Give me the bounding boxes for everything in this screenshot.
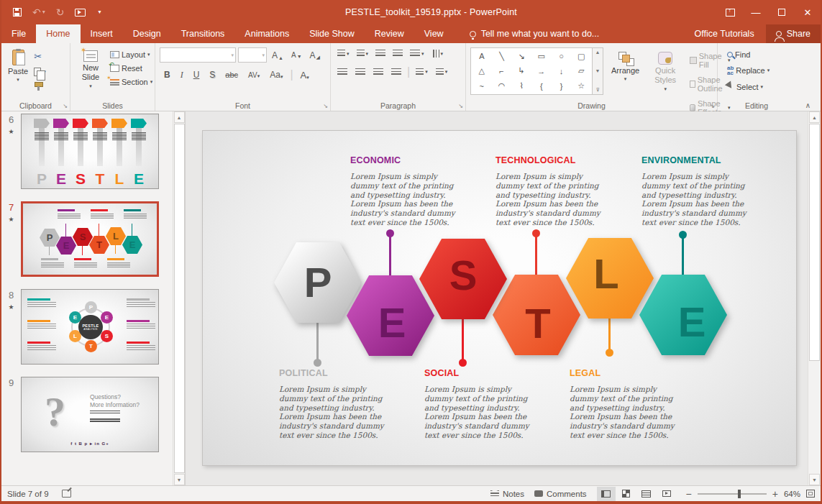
quick-styles-button[interactable]: Quick Styles ▾	[647, 47, 683, 94]
increase-font-size-button[interactable]: A▲	[269, 50, 286, 61]
normal-view-button[interactable]	[597, 487, 616, 501]
economic-section[interactable]: ECONOMIC Lorem Ipsum is simply dummy tex…	[350, 155, 460, 227]
select-button[interactable]: Select▾	[725, 81, 788, 93]
curve-shape-icon[interactable]: ⌇	[519, 81, 523, 91]
font-name-combobox[interactable]: ▾	[160, 47, 236, 63]
undo-button[interactable]: ↶▾	[32, 7, 45, 17]
arrow-shape-icon[interactable]: ↘	[519, 52, 525, 61]
gallery-more-button[interactable]: ⊽	[595, 87, 599, 93]
tab-review[interactable]: Review	[365, 24, 414, 43]
share-button[interactable]: Share	[766, 24, 821, 43]
gallery-scroll-down-button[interactable]: ▼	[595, 68, 600, 73]
arc-shape-icon[interactable]: ◠	[498, 81, 506, 91]
scroll-down-button[interactable]: ▼	[174, 474, 185, 485]
scribble-shape-icon[interactable]: ~	[480, 82, 484, 91]
character-spacing-button[interactable]: AV▾	[245, 70, 262, 80]
scroll-up-button[interactable]: ▲	[809, 111, 820, 123]
find-button[interactable]: Find	[725, 49, 788, 60]
hexagon-s[interactable]: S	[419, 239, 507, 319]
justify-button[interactable]	[389, 67, 403, 78]
spell-check-icon[interactable]	[62, 490, 71, 498]
slide-6-thumbnail[interactable]: P E S T L E	[21, 114, 159, 189]
slide-8-thumbnail[interactable]: P E S T L E PESTLE ANALYSIS	[21, 289, 159, 365]
triangle-shape-icon[interactable]: △	[479, 66, 485, 75]
change-case-button[interactable]: Aa▾	[267, 69, 286, 81]
environmental-section[interactable]: ENVIRONMENTAL Lorem Ipsum is simply dumm…	[641, 155, 751, 227]
reset-button[interactable]: Reset	[108, 63, 155, 74]
technological-section[interactable]: TECHNOLOGICAL Lorem Ipsum is simply dumm…	[496, 155, 605, 227]
tell-me-box[interactable]: Tell me what you want to do...	[461, 24, 608, 43]
shapes-gallery[interactable]: A ╲ ↘ ▭ ○ ▢ △ ⌐ ↳ → ↓ ▱ ~ ◠ ⌇	[470, 47, 593, 95]
save-button[interactable]	[13, 8, 22, 17]
slide-sorter-view-button[interactable]	[617, 487, 636, 501]
text-shadow-button[interactable]: S	[206, 69, 218, 81]
slideshow-view-button[interactable]	[657, 487, 676, 501]
slide-7-editing-surface[interactable]: ECONOMIC Lorem Ipsum is simply dummy tex…	[203, 131, 796, 465]
rounded-rectangle-shape-icon[interactable]: ▢	[577, 52, 585, 61]
decrease-font-size-button[interactable]: A▼	[288, 50, 305, 60]
strikethrough-button[interactable]: abc	[222, 70, 241, 80]
section-button[interactable]: Section▾	[108, 76, 155, 88]
tab-design[interactable]: Design	[123, 24, 171, 43]
rectangle-shape-icon[interactable]: ▭	[538, 52, 545, 61]
tab-home[interactable]: Home	[36, 24, 80, 43]
slide-9-thumbnail[interactable]: ? Questions?More Information? f t B p ▸ …	[21, 377, 159, 452]
bold-button[interactable]: B	[161, 69, 173, 81]
notes-button[interactable]: Notes	[490, 490, 524, 498]
copy-button[interactable]: ▾	[32, 66, 48, 78]
tab-slideshow[interactable]: Slide Show	[299, 24, 365, 43]
social-section[interactable]: SOCIAL Lorem Ipsum is simply dummy text …	[424, 368, 534, 440]
oval-shape-icon[interactable]: ○	[559, 52, 564, 60]
scroll-down-button[interactable]: ▼	[809, 474, 820, 485]
scroll-up-button[interactable]: ▲	[174, 111, 185, 123]
columns-button[interactable]: ▾	[414, 67, 430, 78]
clear-formatting-button[interactable]: A◢	[307, 50, 323, 61]
increase-indent-button[interactable]	[391, 48, 405, 59]
scrollbar-thumb[interactable]	[174, 124, 185, 473]
replace-button[interactable]: abacReplace▾	[725, 64, 788, 77]
office-tutorials-button[interactable]: Office Tutorials	[683, 24, 766, 43]
start-slideshow-button[interactable]	[75, 9, 86, 17]
gallery-scroll-up-button[interactable]: ▲	[595, 50, 600, 55]
redo-button[interactable]: ↻	[56, 7, 65, 17]
zoom-out-button[interactable]: −	[686, 488, 692, 500]
elbow-connector-icon[interactable]: ⌐	[499, 67, 503, 75]
font-color-button[interactable]: A▾	[298, 69, 312, 81]
elbow-arrow-connector-icon[interactable]: ↳	[519, 66, 525, 75]
paste-button[interactable]: Paste ▾	[4, 46, 32, 92]
text-direction-button[interactable]: ▾	[429, 48, 446, 59]
fit-slide-to-window-button[interactable]	[806, 490, 815, 498]
layout-button[interactable]: Layout▾	[108, 49, 155, 60]
collapse-ribbon-button[interactable]: ∧	[805, 101, 810, 109]
tab-animations[interactable]: Animations	[234, 24, 299, 43]
zoom-slider[interactable]	[698, 493, 767, 495]
left-brace-shape-icon[interactable]: {	[540, 82, 543, 91]
hexagon-e2[interactable]: E	[639, 275, 727, 355]
down-arrow-shape-icon[interactable]: ↓	[560, 67, 564, 75]
minimize-button[interactable]: —	[743, 0, 769, 24]
align-left-button[interactable]	[335, 67, 350, 78]
font-size-combobox[interactable]: ▾	[238, 47, 267, 63]
maximize-button[interactable]	[769, 0, 795, 24]
numbering-button[interactable]: ▾	[355, 48, 371, 59]
scrollbar-thumb[interactable]	[809, 124, 820, 361]
right-brace-shape-icon[interactable]: }	[560, 82, 563, 91]
tab-file[interactable]: File	[1, 24, 36, 43]
right-arrow-shape-icon[interactable]: →	[537, 67, 545, 75]
italic-button[interactable]: I	[178, 69, 186, 81]
arrange-button[interactable]: Arrange ▾	[608, 47, 643, 84]
align-center-button[interactable]	[353, 67, 367, 78]
underline-button[interactable]: U	[191, 69, 203, 81]
drawing-dialog-launcher[interactable]: ↘	[710, 103, 715, 109]
font-dialog-launcher[interactable]: ↘	[323, 103, 328, 109]
comments-button[interactable]: Comments	[534, 490, 587, 498]
ribbon-display-options-button[interactable]	[717, 0, 743, 24]
zoom-percentage[interactable]: 64%	[784, 490, 800, 498]
political-section[interactable]: POLITICAL Lorem Ipsum is simply dummy te…	[279, 368, 388, 440]
zoom-slider-handle[interactable]	[738, 490, 741, 498]
slide-7-thumbnail[interactable]: P E S T L E	[21, 201, 159, 277]
format-painter-button[interactable]	[32, 81, 48, 92]
tab-insert[interactable]: Insert	[81, 24, 123, 43]
paragraph-dialog-launcher[interactable]: ↘	[458, 103, 463, 109]
decrease-indent-button[interactable]	[373, 48, 388, 59]
